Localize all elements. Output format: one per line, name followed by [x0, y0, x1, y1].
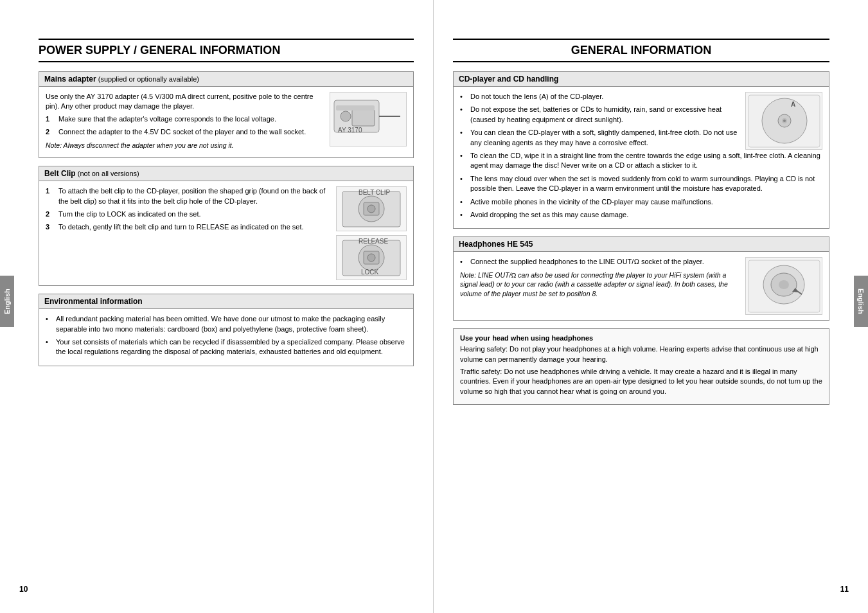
warning-title: Use your head when using headphones [460, 334, 822, 342]
bullet-item: • All redundant packing material has bee… [46, 314, 407, 334]
mains-adapter-note: Note: Always disconnect the adapter when… [46, 141, 323, 150]
mains-adapter-steps: 1 Make sure that the adapter's voltage c… [46, 114, 323, 138]
left-page: English POWER SUPPLY / GENERAL INFORMATI… [0, 0, 434, 613]
belt-clip-header: Belt Clip (not on all versions) [39, 166, 413, 181]
headphones-bullets: • Connect the supplied headphones to the… [460, 257, 739, 267]
svg-point-26 [779, 280, 789, 289]
belt-clip-section: Belt Clip (not on all versions) 1 To att… [39, 166, 414, 286]
step-item: 2 Turn the clip to LOCK as indicated on … [46, 209, 330, 219]
cd-handling-section: CD-player and CD handling • Do not touch… [453, 71, 829, 229]
svg-text:LOCK: LOCK [361, 269, 379, 276]
environmental-bullets: • All redundant packing material has bee… [46, 314, 407, 357]
bullet-item: • Avoid dropping the set as this may cau… [460, 210, 822, 220]
bullet-item: • Your set consists of materials which c… [46, 337, 407, 357]
right-page-title: GENERAL INFORMATION [453, 39, 829, 62]
cd-handling-bullets: • Do not touch the lens (A) of the CD-pl… [460, 92, 739, 148]
step-item: 1 Make sure that the adapter's voltage c… [46, 114, 323, 124]
warning-box: Use your head when using headphones Hear… [453, 328, 829, 405]
page-number-left: 10 [19, 585, 28, 594]
svg-point-22 [783, 120, 786, 122]
svg-text:RELEASE: RELEASE [359, 238, 388, 245]
adapter-image: AY 3170 [330, 92, 407, 147]
svg-rect-1 [352, 110, 375, 126]
left-page-title: POWER SUPPLY / GENERAL INFORMATION [39, 39, 414, 62]
belt-clip-content: 1 To attach the belt clip to the CD-play… [39, 181, 413, 285]
warning-para-1: Hearing safety: Do not play your headpho… [460, 344, 822, 364]
headphones-header: Headphones HE 545 [454, 237, 829, 252]
mains-adapter-content: Use only the AY 3170 adapter (4.5 V/300 … [39, 87, 413, 157]
cd-handling-header: CD-player and CD handling [454, 72, 829, 87]
bullet-item: • Do not expose the set, batteries or CD… [460, 105, 739, 125]
step-item: 3 To detach, gently lift the belt clip a… [46, 222, 330, 232]
environmental-content: • All redundant packing material has bee… [39, 309, 413, 366]
headphone-image [745, 257, 822, 315]
left-side-label: English [0, 276, 14, 327]
mains-adapter-intro: Use only the AY 3170 adapter (4.5 V/300 … [46, 92, 323, 112]
svg-point-3 [341, 111, 351, 121]
svg-point-10 [368, 205, 375, 213]
svg-text:BELT CLIP: BELT CLIP [359, 189, 390, 196]
bullet-item: • Active mobile phones in the vicinity o… [460, 197, 822, 207]
warning-para-2: Traffic safety: Do not use headphones wh… [460, 367, 822, 396]
bullet-item: • Connect the supplied headphones to the… [460, 257, 739, 267]
svg-point-15 [368, 254, 375, 262]
mains-adapter-section: Mains adapter (supplied or optionally av… [39, 71, 414, 158]
belt-clip-images: BELT CLIP RELEASE [336, 186, 407, 280]
environmental-header: Environmental information [39, 294, 413, 309]
environmental-section: Environmental information • All redundan… [39, 294, 414, 366]
cd-image: A [745, 92, 822, 150]
bullet-item: • Do not touch the lens (A) of the CD-pl… [460, 92, 739, 102]
bullet-item: • The lens may cloud over when the set i… [460, 174, 822, 194]
page-number-right: 11 [840, 585, 849, 594]
headphones-note: Note: LINE OUT/Ω can also be used for co… [460, 271, 739, 299]
belt-clip-image-1: BELT CLIP [336, 186, 407, 231]
right-page: English GENERAL INFORMATION CD-player an… [434, 0, 868, 613]
cd-handling-content: • Do not touch the lens (A) of the CD-pl… [454, 87, 829, 228]
headphones-section: Headphones HE 545 • Connect the supplied… [453, 236, 829, 321]
step-item: 2 Connect the adapter to the 4.5V DC soc… [46, 127, 323, 137]
right-side-label: English [854, 276, 868, 327]
step-item: 1 To attach the belt clip to the CD-play… [46, 186, 330, 206]
mains-adapter-header: Mains adapter (supplied or optionally av… [39, 72, 413, 87]
bullet-item: • To clean the CD, wipe it in a straight… [460, 151, 822, 171]
svg-text:A: A [791, 101, 795, 108]
headphones-content: • Connect the supplied headphones to the… [454, 252, 829, 320]
belt-clip-steps: 1 To attach the belt clip to the CD-play… [46, 186, 330, 233]
cd-handling-more-bullets: • To clean the CD, wipe it in a straight… [460, 151, 822, 220]
svg-rect-4 [336, 105, 375, 111]
bullet-item: • You can clean the CD-player with a sof… [460, 128, 739, 148]
svg-text:AY 3170: AY 3170 [338, 127, 362, 134]
belt-clip-image-2: RELEASE LOCK [336, 235, 407, 280]
